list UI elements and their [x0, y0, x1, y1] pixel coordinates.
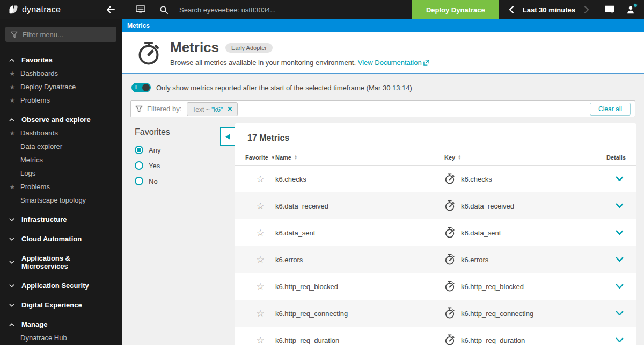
filter-chip[interactable]: Text ~ "k6" ✕ — [187, 102, 238, 116]
environment-icon[interactable] — [130, 0, 151, 19]
table-row[interactable]: ☆k6.http_req_connectingk6.http_req_conne… — [235, 300, 636, 327]
topbar-right: Deploy Dynatrace Last 30 minutes — [412, 0, 644, 19]
timeframe-previous-icon[interactable] — [509, 0, 514, 19]
metric-name-cell: k6.checks — [275, 175, 444, 183]
metric-key-text: k6.checks — [461, 175, 492, 183]
collapse-panel-button[interactable] — [220, 127, 235, 146]
table-row[interactable]: ☆k6.http_req_durationk6.http_req_duratio… — [235, 327, 636, 345]
favorite-star-outline-icon[interactable]: ☆ — [245, 281, 275, 292]
chevron-up-icon — [9, 117, 15, 123]
view-documentation-link[interactable]: View Documentation — [358, 59, 430, 67]
chevron-down-icon — [9, 302, 15, 308]
stopwatch-icon — [444, 200, 455, 212]
timeframe-toggle-switch[interactable]: I — [131, 83, 151, 92]
stopwatch-icon — [444, 173, 455, 185]
table-row[interactable]: ☆k6.checksk6.checks — [235, 166, 636, 192]
chevron-down-icon — [9, 259, 15, 265]
filter-chip-remove-icon[interactable]: ✕ — [227, 105, 232, 113]
star-icon: ★ — [9, 97, 16, 104]
column-header-details: Details — [588, 154, 626, 161]
search-input[interactable]: Search eyeveebee: ust83034... — [179, 6, 276, 14]
column-header-key[interactable]: Key ▲▼ — [444, 154, 588, 161]
page-tab-title[interactable]: Metrics — [127, 22, 150, 30]
sidebar-item-dashboards[interactable]: ★Dashboards — [0, 67, 122, 80]
favorite-star-outline-icon[interactable]: ☆ — [245, 174, 275, 185]
sidebar-section-label: Observe and explore — [21, 116, 91, 124]
sidebar-section-digital-experience[interactable]: Digital Experience — [0, 296, 122, 312]
sidebar-section-applications-microservices[interactable]: Applications & Microservices — [0, 249, 122, 273]
favorite-star-outline-icon[interactable]: ☆ — [245, 335, 275, 345]
page-description: Browse all metrics available in your mon… — [170, 59, 429, 67]
favorites-option-yes[interactable]: Yes — [135, 161, 170, 170]
sidebar-item-problems[interactable]: ★Problems — [0, 94, 122, 107]
column-header-key-label: Key — [444, 154, 455, 161]
star-icon: ★ — [9, 130, 16, 137]
filter-chip-value: "k6" — [211, 106, 223, 113]
expand-details-chevron-icon[interactable] — [616, 229, 624, 236]
table-row[interactable]: ☆k6.http_req_blockedk6.http_req_blocked — [235, 273, 636, 300]
expand-details-chevron-icon[interactable] — [616, 337, 624, 343]
page-header-texts: Metrics Early Adopter Browse all metrics… — [170, 39, 429, 67]
expand-details-chevron-icon[interactable] — [616, 310, 624, 317]
sidebar-section-application-security[interactable]: Application Security — [0, 276, 122, 292]
sidebar-item-smartscape-topology[interactable]: Smartscape topology — [0, 193, 122, 207]
column-header-favorite-label: Favorite — [245, 154, 268, 161]
sidebar-item-data-explorer[interactable]: Data explorer — [0, 140, 122, 153]
favorite-star-outline-icon[interactable]: ☆ — [245, 308, 275, 319]
notification-dot — [633, 3, 638, 8]
favorites-option-any[interactable]: Any — [135, 146, 170, 154]
sidebar-item-dashboards[interactable]: ★Dashboards — [0, 126, 122, 140]
metrics-table-card: 17 Metrics Favorite ▼ Name ▲▼ Key ▲▼ Det… — [235, 123, 636, 345]
sidebar-item-dynatrace-hub[interactable]: Dynatrace Hub — [0, 331, 122, 344]
chat-icon[interactable] — [599, 0, 620, 19]
table-row[interactable]: ☆k6.data_receivedk6.data_received — [235, 192, 636, 219]
sidebar-section-observe-and-explore[interactable]: Observe and explore — [0, 110, 122, 126]
favorite-star-outline-icon[interactable]: ☆ — [245, 200, 275, 212]
top-bar: dynatrace Search eyeveebee: ust83034... … — [0, 0, 644, 19]
sidebar-item-label: Dashboards — [20, 129, 58, 137]
sidebar-collapse-arrow-icon[interactable] — [106, 5, 115, 14]
stopwatch-icon — [444, 227, 455, 239]
column-header-name[interactable]: Name ▲▼ — [275, 154, 444, 161]
timeframe-next-icon[interactable] — [584, 0, 589, 19]
radio-button[interactable] — [135, 146, 143, 154]
page-description-text: Browse all metrics available in your mon… — [170, 59, 356, 67]
sidebar-section-favorites[interactable]: Favorites — [0, 51, 122, 67]
sidebar-item-metrics[interactable]: Metrics — [0, 153, 122, 167]
sidebar-section-manage[interactable]: Manage — [0, 315, 122, 331]
favorite-star-outline-icon[interactable]: ☆ — [245, 227, 275, 239]
radio-label: No — [149, 177, 158, 185]
sidebar-item-problems[interactable]: ★Problems — [0, 180, 122, 193]
timeframe-label[interactable]: Last 30 minutes — [523, 6, 575, 14]
expand-details-chevron-icon[interactable] — [616, 256, 624, 263]
sidebar-section-infrastructure[interactable]: Infrastructure — [0, 210, 122, 226]
expand-details-chevron-icon[interactable] — [616, 283, 624, 290]
metric-key-text: k6.http_req_blocked — [461, 283, 524, 291]
radio-button[interactable] — [135, 161, 143, 170]
favorites-option-no[interactable]: No — [135, 177, 170, 185]
sidebar: Filter menu... Favorites★Dashboards★Depl… — [0, 19, 122, 345]
radio-selected-dot — [137, 148, 141, 152]
metric-name-cell: k6.http_req_connecting — [275, 310, 444, 318]
dynatrace-logo[interactable]: dynatrace — [9, 5, 61, 15]
user-menu-icon[interactable] — [620, 0, 641, 19]
metric-key-text: k6.http_req_connecting — [461, 310, 533, 318]
favorite-star-outline-icon[interactable]: ☆ — [245, 254, 275, 265]
sidebar-item-logs[interactable]: Logs — [0, 167, 122, 180]
details-cell — [588, 256, 626, 263]
sidebar-filter-input[interactable]: Filter menu... — [5, 27, 116, 42]
table-row[interactable]: ☆k6.data_sentk6.data_sent — [235, 219, 636, 246]
radio-button[interactable] — [135, 177, 143, 185]
sidebar-item-deploy-dynatrace[interactable]: ★Deploy Dynatrace — [0, 80, 122, 94]
sidebar-section-cloud-automation[interactable]: Cloud Automation — [0, 229, 122, 246]
expand-details-chevron-icon[interactable] — [616, 176, 624, 182]
deploy-dynatrace-button[interactable]: Deploy Dynatrace — [412, 0, 499, 19]
column-header-favorite[interactable]: Favorite ▼ — [245, 154, 275, 161]
workspace: I Only show metrics reported after the s… — [122, 74, 644, 344]
clear-all-button[interactable]: Clear all — [590, 103, 631, 116]
metric-key-text: k6.data_sent — [461, 229, 501, 237]
table-row[interactable]: ☆k6.errorsk6.errors — [235, 246, 636, 273]
search-icon[interactable] — [158, 0, 170, 19]
expand-details-chevron-icon[interactable] — [616, 203, 624, 209]
favorites-filter-panel: Favorites AnyYesNo — [135, 127, 170, 192]
